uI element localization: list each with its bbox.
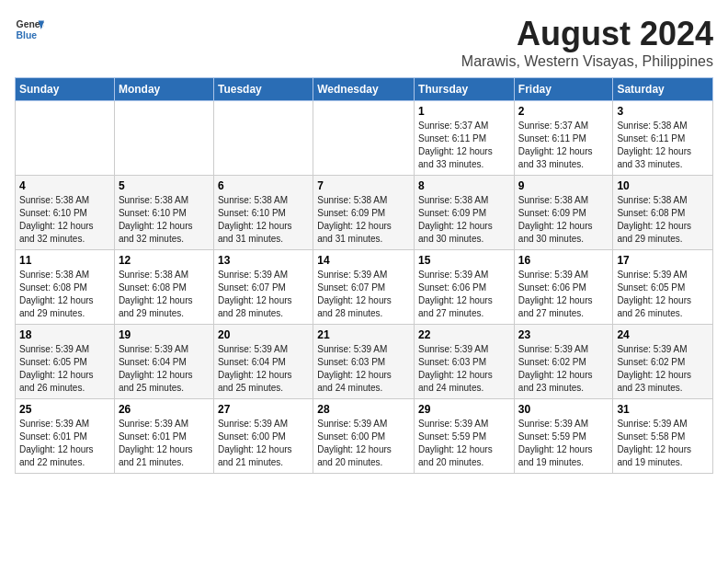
calendar-cell: 2Sunrise: 5:37 AM Sunset: 6:11 PM Daylig… [514, 101, 613, 176]
calendar-cell: 24Sunrise: 5:39 AM Sunset: 6:02 PM Dayli… [613, 325, 713, 399]
day-number: 22 [418, 328, 510, 341]
calendar-cell: 21Sunrise: 5:39 AM Sunset: 6:03 PM Dayli… [313, 325, 415, 399]
calendar-cell: 12Sunrise: 5:38 AM Sunset: 6:08 PM Dayli… [114, 250, 213, 325]
calendar-cell: 23Sunrise: 5:39 AM Sunset: 6:02 PM Dayli… [514, 325, 613, 399]
header-cell-sunday: Sunday [16, 78, 115, 101]
day-info: Sunrise: 5:39 AM Sunset: 6:07 PM Dayligh… [218, 269, 309, 320]
week-row: 1Sunrise: 5:37 AM Sunset: 6:11 PM Daylig… [16, 101, 713, 176]
calendar-cell: 30Sunrise: 5:39 AM Sunset: 5:59 PM Dayli… [514, 399, 613, 474]
day-number: 30 [518, 403, 609, 416]
day-number: 11 [19, 254, 110, 267]
day-info: Sunrise: 5:38 AM Sunset: 6:10 PM Dayligh… [19, 194, 110, 246]
day-number: 31 [617, 403, 709, 416]
day-number: 4 [19, 179, 110, 192]
day-info: Sunrise: 5:39 AM Sunset: 6:03 PM Dayligh… [418, 343, 510, 395]
day-info: Sunrise: 5:38 AM Sunset: 6:11 PM Dayligh… [617, 120, 709, 171]
day-number: 23 [518, 328, 609, 341]
calendar-cell: 3Sunrise: 5:38 AM Sunset: 6:11 PM Daylig… [613, 101, 713, 176]
calendar-cell: 28Sunrise: 5:39 AM Sunset: 6:00 PM Dayli… [313, 399, 415, 474]
calendar-cell: 14Sunrise: 5:39 AM Sunset: 6:07 PM Dayli… [313, 250, 415, 325]
day-info: Sunrise: 5:37 AM Sunset: 6:11 PM Dayligh… [518, 120, 609, 171]
day-number: 1 [418, 105, 510, 118]
day-info: Sunrise: 5:39 AM Sunset: 6:05 PM Dayligh… [617, 269, 709, 320]
title-block: August 2024 Marawis, Western Visayas, Ph… [461, 15, 713, 70]
header-cell-tuesday: Tuesday [213, 78, 313, 101]
day-info: Sunrise: 5:39 AM Sunset: 6:00 PM Dayligh… [218, 418, 309, 469]
day-number: 13 [218, 254, 309, 267]
week-row: 4Sunrise: 5:38 AM Sunset: 6:10 PM Daylig… [16, 176, 713, 250]
header-cell-wednesday: Wednesday [313, 78, 415, 101]
day-number: 10 [617, 179, 709, 192]
calendar-cell: 6Sunrise: 5:38 AM Sunset: 6:10 PM Daylig… [213, 176, 313, 250]
header-cell-friday: Friday [514, 78, 613, 101]
calendar-cell: 19Sunrise: 5:39 AM Sunset: 6:04 PM Dayli… [114, 325, 213, 399]
day-info: Sunrise: 5:39 AM Sunset: 5:58 PM Dayligh… [617, 418, 709, 469]
calendar-cell: 20Sunrise: 5:39 AM Sunset: 6:04 PM Dayli… [213, 325, 313, 399]
calendar-cell: 10Sunrise: 5:38 AM Sunset: 6:08 PM Dayli… [613, 176, 713, 250]
calendar-cell: 27Sunrise: 5:39 AM Sunset: 6:00 PM Dayli… [213, 399, 313, 474]
day-number: 6 [218, 179, 309, 192]
calendar-cell: 13Sunrise: 5:39 AM Sunset: 6:07 PM Dayli… [213, 250, 313, 325]
day-number: 28 [317, 403, 410, 416]
calendar-cell: 22Sunrise: 5:39 AM Sunset: 6:03 PM Dayli… [415, 325, 515, 399]
day-info: Sunrise: 5:39 AM Sunset: 6:00 PM Dayligh… [317, 418, 410, 469]
day-info: Sunrise: 5:38 AM Sunset: 6:10 PM Dayligh… [119, 194, 210, 246]
day-number: 17 [617, 254, 709, 267]
calendar-body: 1Sunrise: 5:37 AM Sunset: 6:11 PM Daylig… [16, 101, 713, 474]
day-number: 26 [119, 403, 210, 416]
calendar-cell: 29Sunrise: 5:39 AM Sunset: 5:59 PM Dayli… [415, 399, 515, 474]
calendar-cell: 31Sunrise: 5:39 AM Sunset: 5:58 PM Dayli… [613, 399, 713, 474]
day-number: 20 [218, 328, 309, 341]
week-row: 18Sunrise: 5:39 AM Sunset: 6:05 PM Dayli… [16, 325, 713, 399]
day-number: 7 [317, 179, 410, 192]
day-info: Sunrise: 5:39 AM Sunset: 6:04 PM Dayligh… [218, 343, 309, 395]
calendar-header: SundayMondayTuesdayWednesdayThursdayFrid… [16, 78, 713, 101]
day-number: 3 [617, 105, 709, 118]
day-number: 15 [418, 254, 510, 267]
calendar-cell: 1Sunrise: 5:37 AM Sunset: 6:11 PM Daylig… [415, 101, 515, 176]
calendar-cell: 9Sunrise: 5:38 AM Sunset: 6:09 PM Daylig… [514, 176, 613, 250]
day-info: Sunrise: 5:38 AM Sunset: 6:08 PM Dayligh… [617, 194, 709, 246]
day-number: 19 [119, 328, 210, 341]
calendar-cell [16, 101, 115, 176]
calendar-cell: 11Sunrise: 5:38 AM Sunset: 6:08 PM Dayli… [16, 250, 115, 325]
day-number: 5 [119, 179, 210, 192]
day-number: 27 [218, 403, 309, 416]
calendar-cell: 7Sunrise: 5:38 AM Sunset: 6:09 PM Daylig… [313, 176, 415, 250]
svg-text:Blue: Blue [17, 30, 38, 40]
day-info: Sunrise: 5:39 AM Sunset: 6:03 PM Dayligh… [317, 343, 410, 395]
day-info: Sunrise: 5:38 AM Sunset: 6:08 PM Dayligh… [119, 269, 210, 320]
day-number: 14 [317, 254, 410, 267]
calendar-cell: 16Sunrise: 5:39 AM Sunset: 6:06 PM Dayli… [514, 250, 613, 325]
day-info: Sunrise: 5:39 AM Sunset: 5:59 PM Dayligh… [518, 418, 609, 469]
day-info: Sunrise: 5:39 AM Sunset: 6:04 PM Dayligh… [119, 343, 210, 395]
page-title: August 2024 [461, 15, 713, 53]
week-row: 11Sunrise: 5:38 AM Sunset: 6:08 PM Dayli… [16, 250, 713, 325]
day-info: Sunrise: 5:38 AM Sunset: 6:09 PM Dayligh… [518, 194, 609, 246]
calendar-table: SundayMondayTuesdayWednesdayThursdayFrid… [15, 77, 713, 474]
calendar-cell: 18Sunrise: 5:39 AM Sunset: 6:05 PM Dayli… [16, 325, 115, 399]
day-number: 24 [617, 328, 709, 341]
day-info: Sunrise: 5:39 AM Sunset: 6:02 PM Dayligh… [617, 343, 709, 395]
day-info: Sunrise: 5:38 AM Sunset: 6:08 PM Dayligh… [19, 269, 110, 320]
day-number: 21 [317, 328, 410, 341]
page-subtitle: Marawis, Western Visayas, Philippines [461, 53, 713, 70]
calendar-cell: 26Sunrise: 5:39 AM Sunset: 6:01 PM Dayli… [114, 399, 213, 474]
day-info: Sunrise: 5:39 AM Sunset: 6:05 PM Dayligh… [19, 343, 110, 395]
calendar-cell [213, 101, 313, 176]
day-info: Sunrise: 5:38 AM Sunset: 6:09 PM Dayligh… [317, 194, 410, 246]
day-number: 16 [518, 254, 609, 267]
day-info: Sunrise: 5:38 AM Sunset: 6:10 PM Dayligh… [218, 194, 309, 246]
calendar-cell: 17Sunrise: 5:39 AM Sunset: 6:05 PM Dayli… [613, 250, 713, 325]
day-info: Sunrise: 5:39 AM Sunset: 6:01 PM Dayligh… [19, 418, 110, 469]
logo: General Blue [15, 15, 44, 44]
page-header: General Blue August 2024 Marawis, Wester… [15, 15, 713, 70]
calendar-cell: 15Sunrise: 5:39 AM Sunset: 6:06 PM Dayli… [415, 250, 515, 325]
day-number: 12 [119, 254, 210, 267]
header-cell-thursday: Thursday [415, 78, 515, 101]
day-info: Sunrise: 5:39 AM Sunset: 6:06 PM Dayligh… [518, 269, 609, 320]
day-number: 18 [19, 328, 110, 341]
header-row: SundayMondayTuesdayWednesdayThursdayFrid… [16, 78, 713, 101]
day-info: Sunrise: 5:39 AM Sunset: 6:01 PM Dayligh… [119, 418, 210, 469]
header-cell-monday: Monday [114, 78, 213, 101]
